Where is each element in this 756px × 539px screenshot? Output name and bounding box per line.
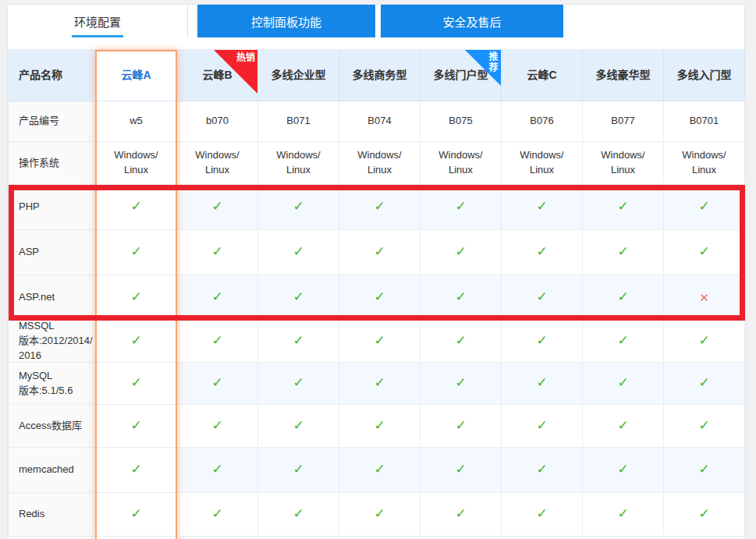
table-cell: ✓ xyxy=(258,448,339,493)
table-cell: ✓ xyxy=(502,448,583,493)
table-cell: ✓ xyxy=(96,185,177,230)
header-cell-4[interactable]: 多线商务型 xyxy=(339,50,421,101)
header-cell-7[interactable]: 多线豪华型 xyxy=(583,50,664,101)
row-label-text: MSSQL 版本:2012/2014/ 2016 xyxy=(19,319,93,363)
table-cell: Windows/ Linux xyxy=(421,142,502,185)
check-icon: ✓ xyxy=(130,417,141,436)
table-cell: B077 xyxy=(583,101,664,142)
check-icon: ✓ xyxy=(293,243,303,262)
product-name: 多线商务型 xyxy=(353,67,407,83)
table-cell: Windows/ Linux xyxy=(664,142,745,185)
table-cell: b070 xyxy=(177,101,258,142)
table-cell: ✓ xyxy=(583,275,664,321)
table-cell: Windows/ Linux xyxy=(583,142,664,185)
table-cell: ✓ xyxy=(258,230,339,275)
corner-header-cell: 产品名称 xyxy=(9,50,96,101)
check-icon: ✓ xyxy=(374,243,385,262)
table-row: 产品编号w5b070B071B074B075B076B077B0701 xyxy=(9,101,745,142)
check-icon: ✓ xyxy=(698,505,709,524)
table-cell: ✓ xyxy=(258,363,339,405)
row-label: PHP xyxy=(9,185,96,230)
check-icon: ✓ xyxy=(374,460,385,480)
table-cell: B0701 xyxy=(664,101,745,142)
header-cell-2[interactable]: 云峰B热销 xyxy=(177,50,258,101)
check-icon: ✓ xyxy=(698,197,709,217)
check-icon: ✓ xyxy=(698,332,709,351)
check-icon: ✓ xyxy=(455,288,466,307)
header-cell-5[interactable]: 多线门户型推荐 xyxy=(421,50,502,101)
check-icon: ✓ xyxy=(698,460,709,480)
table-cell: ✓ xyxy=(664,230,745,275)
table-cell: ✓ xyxy=(664,321,745,363)
table-cell: ✓ xyxy=(664,448,745,493)
table-row: ASP.net✓✓✓✓✓✓✓✕ xyxy=(9,275,745,321)
check-icon: ✓ xyxy=(536,374,547,393)
table-cell: B071 xyxy=(258,101,339,142)
table-cell: ✓ xyxy=(502,321,583,363)
table-cell: ✓ xyxy=(96,448,177,493)
table-cell: ✓ xyxy=(258,405,339,448)
table-row: 操作系统Windows/ LinuxWindows/ LinuxWindows/… xyxy=(9,142,745,185)
row-label: Access数据库 xyxy=(9,405,96,448)
row-label: ASP.net xyxy=(9,275,96,321)
check-icon: ✓ xyxy=(617,460,628,480)
check-icon: ✓ xyxy=(130,243,141,262)
check-icon: ✓ xyxy=(374,374,385,393)
cell-value: B077 xyxy=(611,114,634,129)
check-icon: ✓ xyxy=(293,374,303,393)
check-icon: ✓ xyxy=(536,505,547,524)
table-cell: ✓ xyxy=(421,185,502,230)
table-cell: ✓ xyxy=(421,230,502,275)
header-cell-3[interactable]: 多线企业型 xyxy=(258,50,339,101)
table-cell: ✓ xyxy=(339,185,421,230)
check-icon: ✓ xyxy=(211,243,222,262)
check-icon: ✓ xyxy=(293,332,303,351)
table-cell: ✓ xyxy=(258,493,339,537)
table-cell: w5 xyxy=(96,101,177,142)
table-cell: ✓ xyxy=(664,493,745,537)
check-icon: ✓ xyxy=(698,243,709,262)
table-row: memcached✓✓✓✓✓✓✓✓ xyxy=(9,448,745,493)
table-cell: ✓ xyxy=(339,448,421,493)
product-name: 多线入门型 xyxy=(677,67,732,83)
table-cell: ✓ xyxy=(421,493,502,537)
table-row: Redis✓✓✓✓✓✓✓✓ xyxy=(9,493,745,537)
check-icon: ✓ xyxy=(211,332,222,351)
check-icon: ✓ xyxy=(536,417,547,436)
cell-value: w5 xyxy=(130,114,143,129)
row-label: 操作系统 xyxy=(9,142,96,185)
tab-environment-config[interactable]: 环境配置 xyxy=(8,5,188,37)
row-label: memcached xyxy=(9,448,96,493)
product-name: 云峰C xyxy=(527,67,556,83)
check-icon: ✓ xyxy=(536,243,547,262)
row-label: 产品编号 xyxy=(9,101,96,142)
table-cell: ✓ xyxy=(583,405,664,448)
tab-security-aftersales[interactable]: 安全及售后 xyxy=(381,5,563,37)
header-cell-6[interactable]: 云峰C xyxy=(502,50,583,101)
table-cell: ✓ xyxy=(502,405,583,448)
check-icon: ✓ xyxy=(374,505,385,524)
tab-control-panel-features[interactable]: 控制面板功能 xyxy=(197,5,375,37)
check-icon: ✓ xyxy=(293,460,303,480)
table-cell: ✓ xyxy=(177,275,258,321)
table-cell: ✓ xyxy=(339,493,421,537)
table-row: Access数据库✓✓✓✓✓✓✓✓ xyxy=(9,405,745,448)
table-cell: ✓ xyxy=(583,363,664,405)
table-cell: ✓ xyxy=(258,321,339,363)
table-cell: ✓ xyxy=(177,321,258,363)
table-cell: ✓ xyxy=(96,275,177,321)
product-name: 多线豪华型 xyxy=(596,67,651,83)
table-cell: ✓ xyxy=(421,448,502,493)
header-cell-8[interactable]: 多线入门型 xyxy=(664,50,745,101)
table-row: ASP✓✓✓✓✓✓✓✓ xyxy=(9,230,745,275)
check-icon: ✓ xyxy=(617,417,628,436)
header-cell-1[interactable]: 云峰A xyxy=(96,50,177,101)
table-cell: ✓ xyxy=(583,185,664,230)
table-cell: ✓ xyxy=(583,230,664,275)
table-cell: ✓ xyxy=(664,185,745,230)
row-label-text: 操作系统 xyxy=(19,156,59,171)
table-cell: ✓ xyxy=(502,230,583,275)
table-cell: ✓ xyxy=(339,275,421,321)
check-icon: ✓ xyxy=(455,460,466,480)
table-cell: B074 xyxy=(339,101,421,142)
